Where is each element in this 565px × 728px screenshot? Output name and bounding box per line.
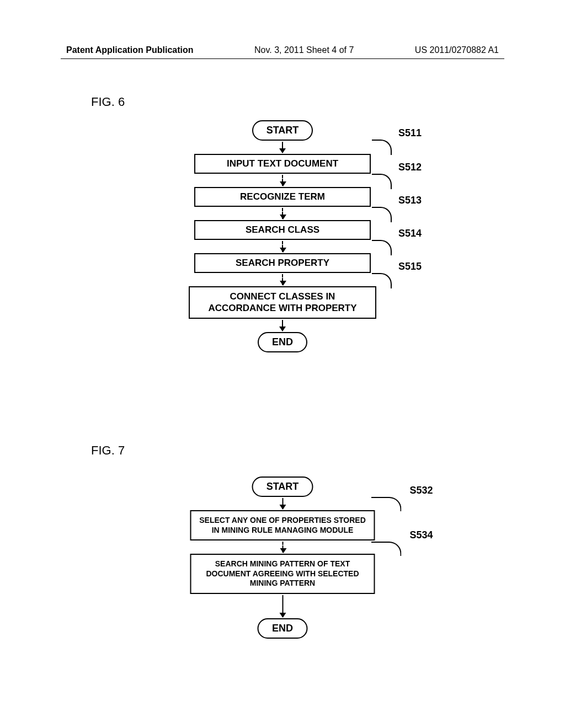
arrow-icon xyxy=(282,274,283,285)
figure-7-label: FIG. 7 xyxy=(91,443,125,458)
header-divider xyxy=(61,58,504,59)
page-header: Patent Application Publication Nov. 3, 2… xyxy=(0,0,565,55)
fig7-start-terminal: START xyxy=(252,477,313,497)
header-center: Nov. 3, 2011 Sheet 4 of 7 xyxy=(254,45,354,55)
connector-line xyxy=(371,497,402,511)
arrow-icon xyxy=(282,175,283,186)
fig6-step-3: SEARCH CLASS xyxy=(194,220,371,240)
fig6-step-2: RECOGNIZE TERM xyxy=(194,187,371,207)
connector-line xyxy=(372,140,392,155)
figure-7-flowchart: START SELECT ANY ONE OF PROPERTIES STORE… xyxy=(190,477,375,639)
arrow-icon xyxy=(282,542,283,553)
fig6-end-terminal: END xyxy=(258,332,307,352)
fig6-step-5-id: S515 xyxy=(398,261,422,272)
arrow-icon xyxy=(282,595,283,617)
header-left: Patent Application Publication xyxy=(66,45,194,55)
arrow-icon xyxy=(282,208,283,219)
fig7-step-2: SEARCH MINING PATTERN OF TEXT DOCUMENT A… xyxy=(190,554,375,594)
fig7-end-terminal: END xyxy=(258,618,307,639)
fig7-step-2-id: S534 xyxy=(409,529,433,541)
fig6-step-1: INPUT TEXT DOCUMENT xyxy=(194,154,371,174)
fig6-step-4-id: S514 xyxy=(398,228,422,239)
fig6-step-5: CONNECT CLASSES IN ACCORDANCE WITH PROPE… xyxy=(189,286,376,319)
fig6-step-1-id: S511 xyxy=(398,127,422,139)
figure-6-label: FIG. 6 xyxy=(91,95,125,109)
connector-line xyxy=(372,273,392,288)
figure-6-flowchart: START INPUT TEXT DOCUMENT S511 RECOGNIZE… xyxy=(189,120,376,352)
fig7-step-1: SELECT ANY ONE OF PROPERTIES STORED IN M… xyxy=(190,510,375,540)
arrow-icon xyxy=(282,142,283,153)
header-right: US 2011/0270882 A1 xyxy=(415,45,499,55)
connector-line xyxy=(371,542,402,556)
fig6-step-2-id: S512 xyxy=(398,162,422,173)
fig6-step-3-id: S513 xyxy=(398,195,422,206)
arrow-icon xyxy=(282,498,283,509)
fig7-step-1-id: S532 xyxy=(409,485,433,496)
fig6-start-terminal: START xyxy=(252,120,313,141)
arrow-icon xyxy=(282,320,283,331)
connector-line xyxy=(372,240,392,255)
arrow-icon xyxy=(282,241,283,252)
connector-line xyxy=(372,207,392,222)
connector-line xyxy=(372,174,392,189)
fig6-step-4: SEARCH PROPERTY xyxy=(194,253,371,273)
